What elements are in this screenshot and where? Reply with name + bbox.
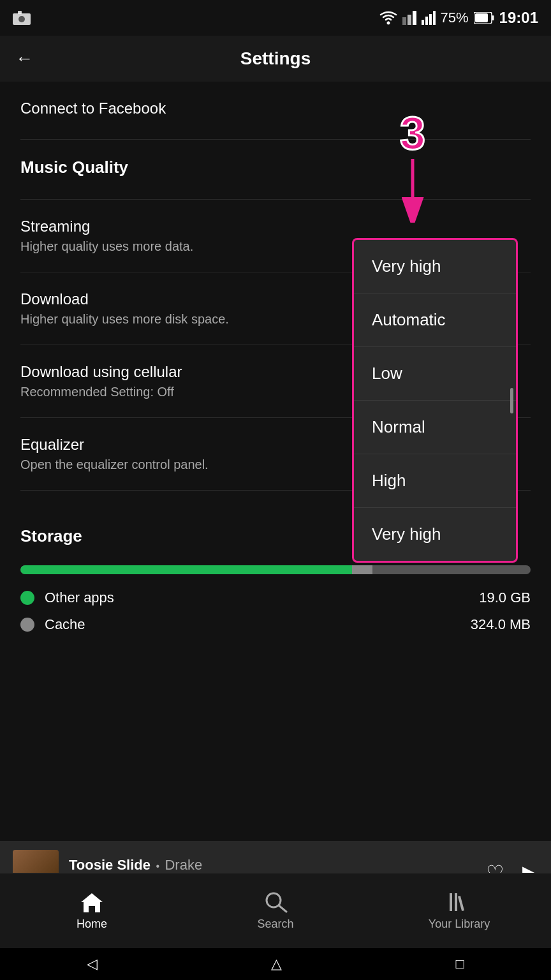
settings-content: Connect to Facebook Music Quality Stream… [0, 82, 551, 491]
page-title: Settings [240, 48, 311, 69]
nav-home[interactable]: Home [0, 891, 184, 931]
track-artist: Drake [165, 857, 202, 873]
svg-rect-12 [492, 15, 494, 20]
connect-facebook-label: Connect to Facebook [20, 100, 531, 117]
cache-item: Cache 324.0 MB [20, 616, 531, 633]
svg-rect-8 [425, 17, 428, 25]
svg-rect-10 [433, 11, 436, 25]
music-quality-items: Streaming Higher quality uses more data.… [20, 200, 531, 491]
svg-line-20 [279, 905, 286, 912]
status-left [13, 11, 31, 25]
header: ← Settings [0, 36, 551, 82]
status-right: 75% 19:01 [379, 9, 538, 27]
svg-point-3 [386, 22, 390, 25]
quality-dropdown[interactable]: Very high Automatic Low Normal High Very… [352, 238, 518, 563]
streaming-label: Streaming [20, 218, 531, 235]
library-icon [447, 891, 471, 914]
cellular-icon [422, 11, 436, 25]
svg-rect-22 [455, 893, 457, 911]
nav-search[interactable]: Search [184, 891, 367, 931]
connect-facebook-item[interactable]: Connect to Facebook [20, 82, 531, 140]
cache-dot [20, 618, 34, 632]
dropdown-option-very-high-2[interactable]: Very high [354, 508, 516, 561]
now-playing-title-row: Toosie Slide • Drake [69, 857, 476, 873]
home-icon [80, 891, 104, 914]
track-title: Toosie Slide [69, 857, 151, 873]
cache-label: Cache [45, 616, 471, 633]
dropdown-option-very-high-1[interactable]: Very high [354, 240, 516, 293]
battery-icon [474, 12, 494, 24]
other-apps-value: 19.0 GB [479, 590, 531, 606]
storage-used-bar [20, 565, 352, 574]
photo-icon [13, 11, 31, 25]
svg-rect-2 [18, 11, 22, 14]
system-back-button[interactable]: ◁ [87, 956, 98, 972]
svg-rect-9 [429, 14, 432, 25]
storage-bar-wrapper [0, 565, 551, 574]
wifi-icon [379, 11, 397, 25]
cache-value: 324.0 MB [471, 616, 531, 633]
storage-items: Other apps 19.0 GB Cache 324.0 MB [0, 590, 551, 633]
dropdown-option-normal[interactable]: Normal [354, 401, 516, 454]
search-label: Search [257, 917, 293, 931]
time-display: 19:01 [499, 9, 538, 27]
battery-text: 75% [441, 10, 469, 26]
library-label: Your Library [429, 917, 490, 931]
nav-library[interactable]: Your Library [367, 891, 551, 931]
svg-marker-4 [402, 17, 406, 25]
system-recents-button[interactable]: □ [456, 956, 464, 972]
svg-marker-5 [408, 15, 411, 25]
storage-bar [20, 565, 531, 574]
svg-rect-23 [458, 896, 464, 911]
music-quality-header: Music Quality [20, 140, 531, 200]
svg-point-1 [18, 16, 25, 22]
svg-rect-7 [422, 20, 424, 25]
bottom-nav: Home Search Your Library [0, 873, 551, 948]
search-icon [263, 891, 288, 914]
svg-rect-21 [450, 893, 452, 911]
svg-rect-13 [475, 13, 488, 22]
system-nav: ◁ △ □ [0, 948, 551, 980]
other-apps-label: Other apps [45, 590, 479, 606]
svg-marker-6 [413, 11, 416, 25]
storage-mid-bar [352, 565, 372, 574]
back-button[interactable]: ← [15, 48, 33, 69]
dropdown-option-low[interactable]: Low [354, 347, 516, 401]
status-bar: 75% 19:01 [0, 0, 551, 36]
home-label: Home [77, 917, 107, 931]
system-home-button[interactable]: △ [271, 956, 282, 972]
dropdown-option-automatic[interactable]: Automatic [354, 293, 516, 347]
other-apps-dot [20, 591, 34, 605]
music-quality-title: Music Quality [20, 158, 531, 177]
other-apps-item: Other apps 19.0 GB [20, 590, 531, 606]
music-quality-section: Music Quality Streaming Higher quality u… [20, 140, 531, 491]
signal-icon [402, 11, 416, 25]
dropdown-option-high[interactable]: High [354, 454, 516, 508]
